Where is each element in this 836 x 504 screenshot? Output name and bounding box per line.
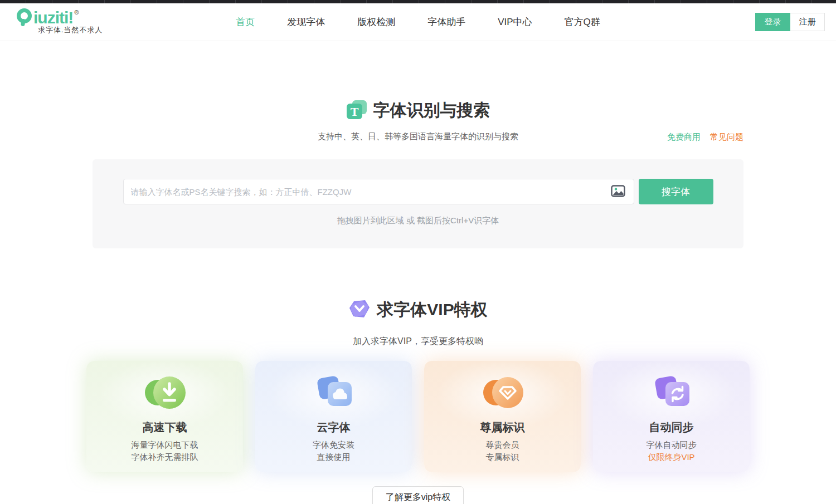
free-commercial-link[interactable]: 免费商用 xyxy=(667,132,701,143)
register-button[interactable]: 注册 xyxy=(790,13,825,31)
card-title: 高速下载 xyxy=(86,420,243,435)
download-icon xyxy=(86,374,243,412)
registered-mark: ® xyxy=(74,9,79,16)
svg-text:T: T xyxy=(350,105,358,119)
nav-item-home[interactable]: 首页 xyxy=(236,16,255,28)
search-section-subtitle: 支持中、英、日、韩等多国语言海量字体的识别与搜索 xyxy=(93,131,743,142)
image-upload-button[interactable] xyxy=(610,184,626,200)
search-section-header: T 字体识别与搜索 xyxy=(93,99,743,122)
vip-section-subtitle: 加入求字体VIP，享受更多特权哟 xyxy=(93,336,743,348)
login-button[interactable]: 登录 xyxy=(755,13,790,31)
more-vip-privileges-button[interactable]: 了解更多vip特权 xyxy=(372,486,464,504)
font-search-input[interactable] xyxy=(131,187,610,197)
main-content: T 字体识别与搜索 支持中、英、日、韩等多国语言海量字体的识别与搜索 免费商用 … xyxy=(93,99,743,348)
search-row: 搜字体 xyxy=(93,179,743,204)
search-section-links: 免费商用 常见问题 xyxy=(667,132,743,143)
drag-drop-hint: 拖拽图片到此区域 或 截图后按Ctrl+V识字体 xyxy=(93,216,743,226)
logo[interactable]: iuziti! ® 求字体.当然不求人 xyxy=(17,9,103,35)
search-input-wrap xyxy=(123,179,634,204)
site-header: iuziti! ® 求字体.当然不求人 首页 发现字体 版权检测 字体助手 VI… xyxy=(0,3,836,41)
vip-section-title: 求字体VIP特权 xyxy=(377,299,487,321)
image-icon xyxy=(611,185,625,199)
nav-item-font-assistant[interactable]: 字体助手 xyxy=(427,16,465,28)
card-description: 字体自动同步 仅限终身VIP xyxy=(593,439,750,463)
logo-row: iuziti! ® xyxy=(17,9,103,26)
vip-cards: 高速下载 海量字体闪电下载 字体补齐无需排队 xyxy=(86,361,750,472)
vip-card-fast-download[interactable]: 高速下载 海量字体闪电下载 字体补齐无需排队 xyxy=(86,361,243,472)
lifetime-vip-note: 仅限终身VIP xyxy=(648,452,694,462)
logo-magnifier-icon xyxy=(17,8,32,23)
logo-tagline: 求字体.当然不求人 xyxy=(38,25,103,35)
nav-item-vip-center[interactable]: VIP中心 xyxy=(498,16,532,28)
logo-text: iuziti! xyxy=(33,9,73,26)
card-title: 云字体 xyxy=(255,420,412,435)
search-panel: 搜字体 拖拽图片到此区域 或 截图后按Ctrl+V识字体 xyxy=(93,159,743,248)
vip-card-cloud-font[interactable]: 云字体 字体免安装 直接使用 xyxy=(255,361,412,472)
sync-icon xyxy=(593,374,750,412)
search-subtitle-row: 支持中、英、日、韩等多国语言海量字体的识别与搜索 免费商用 常见问题 xyxy=(93,131,743,144)
auth-buttons: 登录 注册 xyxy=(755,13,825,31)
search-section-title: 字体识别与搜索 xyxy=(373,99,490,122)
nav-item-copyright-check[interactable]: 版权检测 xyxy=(357,16,395,28)
card-description: 海量字体闪电下载 字体补齐无需排队 xyxy=(86,439,243,463)
vip-card-auto-sync[interactable]: 自动同步 字体自动同步 仅限终身VIP xyxy=(593,361,750,472)
card-title: 自动同步 xyxy=(593,420,750,435)
nav-item-official-qq-group[interactable]: 官方Q群 xyxy=(565,16,600,28)
main-nav: 首页 发现字体 版权检测 字体助手 VIP中心 官方Q群 xyxy=(236,3,600,41)
cloud-font-icon xyxy=(255,374,412,412)
vip-section-header: 求字体VIP特权 xyxy=(93,299,743,321)
card-description: 字体免安装 直接使用 xyxy=(255,439,412,463)
card-description: 尊贵会员 专属标识 xyxy=(424,439,581,463)
card-title: 尊属标识 xyxy=(424,420,581,435)
more-vip-wrap: 了解更多vip特权 xyxy=(0,486,836,504)
nav-item-discover-fonts[interactable]: 发现字体 xyxy=(287,16,325,28)
font-recognition-icon: T xyxy=(346,100,367,122)
search-font-button[interactable]: 搜字体 xyxy=(639,179,713,204)
vip-badge-icon xyxy=(424,374,581,412)
faq-link[interactable]: 常见问题 xyxy=(710,132,743,143)
vip-gem-icon xyxy=(348,299,371,321)
vip-card-exclusive-badge[interactable]: 尊属标识 尊贵会员 专属标识 xyxy=(424,361,581,472)
